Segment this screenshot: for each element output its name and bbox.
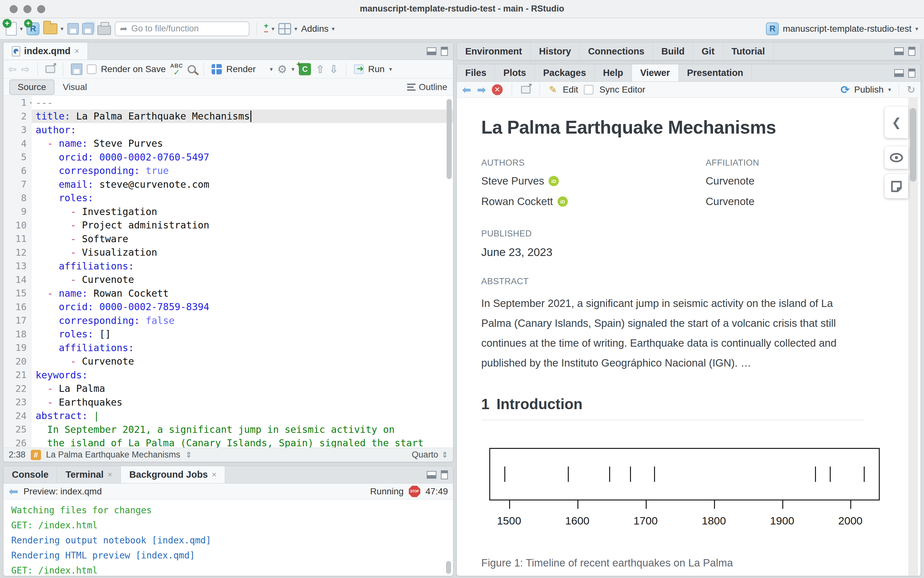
refresh-icon[interactable]: ↻: [907, 84, 915, 96]
code-line[interactable]: 2title: La Palma Earthquake Mechanisms: [3, 110, 453, 123]
tab-console[interactable]: Console: [3, 466, 57, 483]
find-replace-icon[interactable]: [187, 65, 196, 73]
edit-button[interactable]: Edit: [563, 84, 578, 95]
goto-file-function-input[interactable]: ➦ Go to file/function: [115, 21, 249, 36]
fold-caret-icon[interactable]: ▾: [29, 100, 33, 106]
zoom-window-button[interactable]: [37, 5, 45, 13]
code-line[interactable]: 15 - name: Rowan Cockett: [3, 286, 453, 300]
section-selector-icon[interactable]: ⇕: [185, 450, 192, 459]
mode-selector-icon[interactable]: ⇕: [441, 450, 448, 459]
save-document-button[interactable]: [71, 63, 82, 75]
minimize-pane-icon[interactable]: [894, 69, 904, 77]
render-on-save-checkbox[interactable]: [87, 64, 96, 74]
tab-presentation[interactable]: Presentation: [679, 64, 752, 81]
section-breadcrumb[interactable]: La Palma Earthquake Mechanisms: [46, 450, 181, 460]
maximize-pane-icon[interactable]: [441, 47, 448, 56]
tab-history[interactable]: History: [530, 42, 580, 60]
sync-editor-checkbox[interactable]: [584, 85, 594, 94]
print-button[interactable]: [98, 25, 111, 35]
console-scrollbar[interactable]: [446, 561, 451, 574]
project-menu-button[interactable]: R manuscript-template-rstudio-test ▾: [766, 23, 918, 35]
annotation-note-button[interactable]: [885, 174, 908, 198]
code-line[interactable]: 10 - Project administration: [3, 219, 453, 232]
code-line[interactable]: 23 - Earthquakes: [3, 395, 453, 409]
code-line[interactable]: 17 corresponding: false: [3, 314, 453, 328]
minimize-pane-icon[interactable]: [894, 47, 904, 55]
close-icon[interactable]: ×: [107, 470, 112, 480]
code-line[interactable]: 25 In September 2021, a significant jump…: [3, 423, 453, 437]
document-mode[interactable]: Quarto: [412, 450, 438, 460]
annotation-visibility-button[interactable]: [885, 146, 908, 169]
annotation-expand-button[interactable]: ❮: [885, 107, 908, 138]
code-line[interactable]: 4 - name: Steve Purves: [3, 137, 453, 151]
orcid-icon[interactable]: iD: [548, 176, 559, 186]
tab-git[interactable]: Git: [693, 42, 723, 60]
code-line[interactable]: 19 affiliations:: [3, 341, 453, 355]
code-line[interactable]: 11 - Software: [3, 232, 453, 246]
tab-index-qmd[interactable]: index.qmd ×: [3, 42, 88, 60]
code-line[interactable]: 5 orcid: 0000-0002-0760-5497: [3, 150, 453, 164]
publish-button[interactable]: Publish: [854, 84, 883, 95]
outline-button[interactable]: Outline: [407, 82, 447, 92]
popout-editor-icon[interactable]: [46, 65, 55, 73]
close-icon[interactable]: ×: [211, 470, 216, 480]
code-line[interactable]: 3author:: [3, 123, 453, 137]
render-button[interactable]: Render: [226, 64, 256, 74]
addins-menu-button[interactable]: Addins ▾: [301, 24, 335, 34]
chevron-down-icon[interactable]: ▾: [888, 86, 891, 93]
maximize-pane-icon[interactable]: [908, 47, 915, 56]
tab-files[interactable]: Files: [457, 64, 495, 81]
chevron-down-icon[interactable]: ▾: [291, 66, 294, 73]
code-line[interactable]: 1▾---: [3, 96, 453, 110]
tab-environment[interactable]: Environment: [457, 42, 530, 60]
editor-scrollbar[interactable]: [447, 99, 452, 179]
job-back-icon[interactable]: ⬅: [9, 485, 18, 498]
run-button[interactable]: Run: [368, 64, 384, 74]
code-line[interactable]: 24abstract: |: [3, 409, 453, 423]
code-line[interactable]: 20 - Curvenote: [3, 355, 453, 369]
code-line[interactable]: 14 - Curvenote: [3, 273, 453, 287]
code-line[interactable]: 7 email: steve@curvenote.com: [3, 177, 453, 191]
code-line[interactable]: 9 - Investigation: [3, 205, 453, 219]
clear-viewer-button[interactable]: ✕: [492, 84, 503, 95]
chevron-down-icon[interactable]: ▾: [389, 66, 392, 73]
workspace-panes-button[interactable]: ▾: [278, 23, 297, 35]
tab-background-jobs[interactable]: Background Jobs ×: [121, 466, 225, 483]
viewer-content[interactable]: La Palma Earthquake Mechanisms AUTHORS S…: [457, 98, 921, 576]
version-control-button[interactable]: +− ▾: [264, 23, 275, 35]
code-line[interactable]: 12 - Visualization: [3, 246, 453, 260]
code-line[interactable]: 26 the island of La Palma (Canary Island…: [3, 437, 453, 448]
gear-icon[interactable]: ⚙: [277, 63, 287, 76]
save-button[interactable]: [67, 23, 79, 35]
traffic-lights[interactable]: [10, 5, 45, 13]
back-icon[interactable]: ⇦: [8, 63, 17, 75]
tab-terminal[interactable]: Terminal ×: [57, 466, 121, 483]
new-file-button[interactable]: ▾: [6, 22, 23, 36]
forward-icon[interactable]: ⇨: [21, 63, 30, 75]
orcid-icon[interactable]: iD: [558, 196, 568, 207]
code-line[interactable]: 6 corresponding: true: [3, 164, 453, 178]
minimize-window-button[interactable]: [23, 5, 31, 13]
tab-build[interactable]: Build: [653, 42, 693, 60]
run-previous-icon[interactable]: ⇧: [316, 63, 325, 76]
minimize-pane-icon[interactable]: [427, 47, 436, 55]
source-mode-toggle[interactable]: Source: [9, 80, 55, 95]
run-next-icon[interactable]: ⇩: [329, 63, 338, 76]
tab-help[interactable]: Help: [595, 64, 632, 81]
code-line[interactable]: 18 roles: []: [3, 328, 453, 341]
close-icon[interactable]: ×: [74, 46, 79, 56]
visual-mode-toggle[interactable]: Visual: [63, 82, 87, 92]
tab-tutorial[interactable]: Tutorial: [723, 42, 774, 60]
spellcheck-icon[interactable]: ABC✓: [170, 63, 183, 76]
code-line[interactable]: 22 - La Palma: [3, 382, 453, 396]
stop-job-button[interactable]: STOP: [409, 486, 420, 497]
viewer-forward-icon[interactable]: ➡: [477, 83, 486, 96]
open-in-browser-icon[interactable]: [521, 86, 530, 94]
edit-pencil-icon[interactable]: ✎: [549, 84, 557, 95]
chevron-down-icon[interactable]: ▾: [270, 66, 273, 73]
minimize-pane-icon[interactable]: [427, 471, 436, 479]
close-window-button[interactable]: [10, 5, 18, 13]
tab-plots[interactable]: Plots: [495, 64, 535, 81]
open-file-button[interactable]: ▾: [43, 23, 63, 34]
code-line[interactable]: 21keywords:: [3, 368, 453, 382]
